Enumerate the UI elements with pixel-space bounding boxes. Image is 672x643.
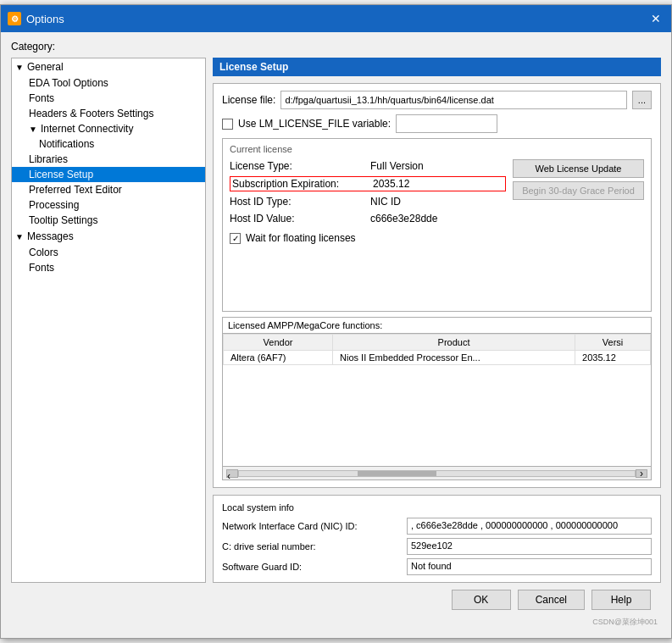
close-button[interactable]: ✕ <box>647 10 664 27</box>
sidebar-label-tooltip: Tooltip Settings <box>29 214 97 226</box>
cell-vendor: Altera (6AF7) <box>224 351 333 365</box>
license-info-area: License Type: Full Version Subscription … <box>230 159 644 244</box>
drive-serial-row: C: drive serial number: 529ee102 <box>222 538 652 555</box>
drive-serial-value: 529ee102 <box>407 538 652 555</box>
sidebar-label-processing: Processing <box>29 199 79 211</box>
table-row: Altera (6AF7) Nios II Embedded Processor… <box>224 351 651 365</box>
license-file-row: License file: ... <box>222 91 652 109</box>
web-license-btn[interactable]: Web License Update <box>513 159 644 178</box>
content-area: ▼ General EDA Tool Options Fonts Headers… <box>11 58 661 583</box>
sidebar-item-general[interactable]: ▼ General <box>12 58 205 75</box>
help-button[interactable]: Help <box>591 590 651 610</box>
sidebar-label-fonts2: Fonts <box>29 262 54 274</box>
current-license-box: Current license License Type: Full Versi… <box>222 138 652 312</box>
sidebar-item-tooltip-settings[interactable]: Tooltip Settings <box>12 213 205 228</box>
subscription-label: Subscription Expiration: <box>232 178 368 190</box>
sidebar-label-headers: Headers & Footers Settings <box>29 108 153 119</box>
sidebar-item-internet-connectivity[interactable]: ▼ Internet Connectivity <box>12 121 205 136</box>
sidebar-item-colors[interactable]: Colors <box>12 245 205 260</box>
wait-float-label: Wait for floating licenses <box>246 232 356 244</box>
host-id-value-row: Host ID Value: c666e3e28dde <box>230 212 506 225</box>
sidebar-item-notifications[interactable]: Notifications <box>12 136 205 152</box>
expand-arrow-internet: ▼ <box>29 125 37 134</box>
sidebar-label-general: General <box>27 61 64 73</box>
sidebar-label-messages: Messages <box>27 230 74 242</box>
nic-id-value: , c666e3e28dde , 000000000000 , 00000000… <box>407 518 652 535</box>
ok-button[interactable]: OK <box>452 590 511 610</box>
host-id-value-label: Host ID Value: <box>230 213 365 224</box>
sidebar-label-notifications: Notifications <box>39 138 94 150</box>
title-bar-left: ⚙ Options <box>8 12 64 25</box>
sidebar-label-license: License Setup <box>29 169 93 180</box>
ampp-data-table: Vendor Product Versi Altera (6AF7) <box>223 334 651 365</box>
sidebar-item-license-setup[interactable]: License Setup <box>12 167 205 182</box>
lm-license-row: Use LM_LICENSE_FILE variable: <box>222 114 652 133</box>
license-fields: License Type: Full Version Subscription … <box>230 159 506 244</box>
license-file-label: License file: <box>222 94 275 106</box>
license-type-label: License Type: <box>230 160 365 172</box>
scroll-left-btn[interactable]: ‹ <box>226 469 238 478</box>
bottom-buttons: OK Cancel Help <box>11 583 661 617</box>
host-id-type-label: Host ID Type: <box>230 196 365 208</box>
software-guard-value: Not found <box>407 558 652 575</box>
ampp-label: Licensed AMPP/MegaCore functions: <box>223 318 651 334</box>
host-id-type-value: NIC ID <box>370 196 401 208</box>
lm-license-input[interactable] <box>396 114 497 133</box>
cell-version: 2035.12 <box>575 351 651 365</box>
col-version: Versi <box>575 335 651 351</box>
sidebar-item-preferred-text-editor[interactable]: Preferred Text Editor <box>12 182 205 197</box>
use-lm-checkbox[interactable] <box>222 119 233 130</box>
sidebar-item-libraries[interactable]: Libraries <box>12 152 205 167</box>
sidebar-label-fonts: Fonts <box>29 92 54 104</box>
sidebar: ▼ General EDA Tool Options Fonts Headers… <box>11 58 206 583</box>
wait-float-row: ✓ Wait for floating licenses <box>230 232 506 244</box>
license-type-row: License Type: Full Version <box>230 159 506 173</box>
scrollbar-area: ‹ › <box>223 466 651 479</box>
license-buttons: Web License Update Begin 30-day Grace Pe… <box>513 159 644 244</box>
license-type-value: Full Version <box>370 160 424 172</box>
cell-product: Nios II Embedded Processor En... <box>333 351 575 365</box>
sidebar-item-fonts[interactable]: Fonts <box>12 91 205 106</box>
current-license-label: Current license <box>230 144 644 154</box>
section-header: License Setup <box>213 58 661 76</box>
nic-id-row: Network Interface Card (NIC) ID: , c666e… <box>222 518 652 535</box>
nic-id-label: Network Interface Card (NIC) ID: <box>222 521 400 531</box>
grace-period-btn[interactable]: Begin 30-day Grace Period <box>513 181 644 200</box>
col-product: Product <box>333 335 575 351</box>
software-guard-label: Software Guard ID: <box>222 562 400 572</box>
sidebar-label-eda: EDA Tool Options <box>29 77 108 89</box>
sidebar-label-pte: Preferred Text Editor <box>29 184 122 196</box>
window-body: Category: ▼ General EDA Tool Options Fon… <box>1 32 671 638</box>
watermark: CSDN@菜徐坤001 <box>11 617 661 629</box>
ampp-table[interactable]: Vendor Product Versi Altera (6AF7) <box>223 334 651 466</box>
subscription-row: Subscription Expiration: 2035.12 <box>230 176 506 191</box>
host-id-type-row: Host ID Type: NIC ID <box>230 195 506 208</box>
drive-serial-label: C: drive serial number: <box>222 541 400 552</box>
expand-arrow-messages: ▼ <box>15 232 24 241</box>
wait-float-checkbox[interactable]: ✓ <box>230 233 241 244</box>
cancel-button[interactable]: Cancel <box>518 590 585 610</box>
license-content: License file: ... Use LM_LICENSE_FILE va… <box>214 84 660 487</box>
panel-body: License file: ... Use LM_LICENSE_FILE va… <box>213 83 661 488</box>
subscription-value: 2035.12 <box>373 178 409 190</box>
scrollbar-track[interactable] <box>238 470 636 477</box>
sidebar-label-internet: Internet Connectivity <box>41 123 133 135</box>
options-window: ⚙ Options ✕ Category: ▼ General EDA Tool… <box>0 4 672 639</box>
window-title: Options <box>26 13 64 25</box>
local-system-section: Local system info Network Interface Card… <box>213 495 661 583</box>
sidebar-item-processing[interactable]: Processing <box>12 197 205 213</box>
browse-button[interactable]: ... <box>632 91 652 109</box>
software-guard-row: Software Guard ID: Not found <box>222 558 652 575</box>
sidebar-label-libraries: Libraries <box>29 153 68 165</box>
sidebar-item-messages[interactable]: ▼ Messages <box>12 228 205 245</box>
sidebar-item-fonts2[interactable]: Fonts <box>12 260 205 275</box>
sidebar-label-colors: Colors <box>29 247 58 258</box>
ampp-section: Licensed AMPP/MegaCore functions: Vendor… <box>222 317 652 480</box>
col-vendor: Vendor <box>224 335 333 351</box>
license-file-input[interactable] <box>280 91 626 109</box>
wait-float-checkmark: ✓ <box>232 234 239 243</box>
sidebar-item-headers-footers[interactable]: Headers & Footers Settings <box>12 106 205 121</box>
scroll-right-btn[interactable]: › <box>636 469 647 478</box>
expand-arrow-general: ▼ <box>15 63 24 72</box>
sidebar-item-eda-tool-options[interactable]: EDA Tool Options <box>12 75 205 91</box>
